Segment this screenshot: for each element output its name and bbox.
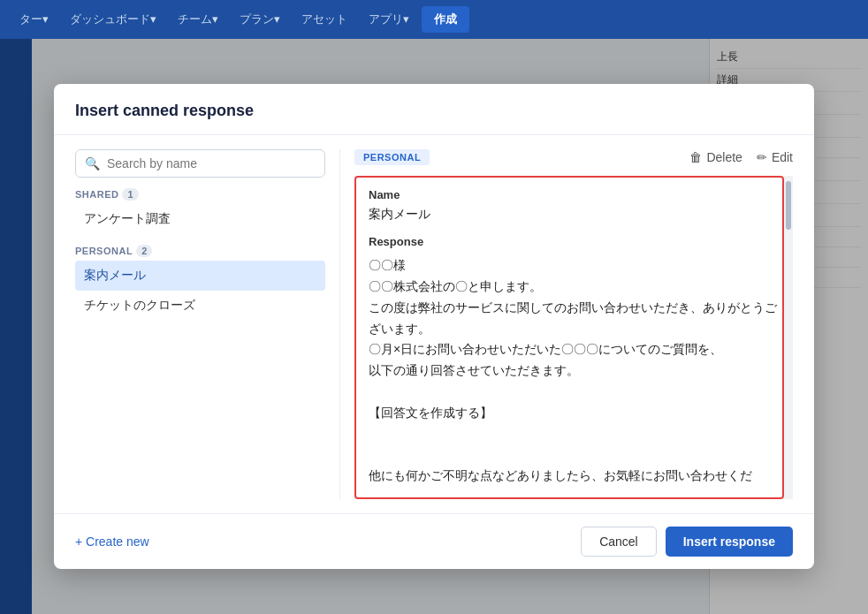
personal-label: PERSONAL — [75, 246, 133, 256]
personal-item-2[interactable]: チケットのクローズ — [75, 291, 325, 321]
shared-section-header: SHARED 1 — [75, 188, 325, 201]
response-field-label: Response — [369, 235, 782, 248]
left-panel: 🔍 SHARED 1 アンケート調査 PERSONAL 2 — [75, 149, 340, 499]
edit-button[interactable]: ✏ Edit — [757, 150, 793, 164]
personal-section-header: PERSONAL 2 — [75, 245, 325, 257]
scroll-thumb[interactable] — [786, 181, 791, 230]
header-actions: 🗑 Delete ✏ Edit — [689, 150, 793, 164]
scroll-bar[interactable] — [784, 176, 793, 499]
delete-icon: 🗑 — [689, 150, 702, 164]
right-panel: PERSONAL 🗑 Delete ✏ Edit — [340, 149, 793, 499]
dialog-header: Insert canned response — [54, 84, 814, 135]
nav-item-1[interactable]: ター▾ — [11, 6, 57, 33]
edit-icon: ✏ — [757, 150, 767, 164]
shared-label: SHARED — [75, 189, 118, 200]
name-field-label: Name — [369, 188, 782, 201]
shared-section: SHARED 1 アンケート調査 — [75, 188, 325, 234]
edit-label: Edit — [772, 150, 793, 164]
nav-item-4[interactable]: プラン▾ — [231, 6, 289, 33]
delete-button[interactable]: 🗑 Delete — [689, 150, 742, 164]
search-icon: 🔍 — [85, 156, 100, 171]
modal-overlay: Insert canned response 🔍 SHARED 1 アンケート調… — [0, 39, 868, 614]
dialog-footer: + Create new Cancel Insert response — [54, 513, 814, 569]
footer-actions: Cancel Insert response — [581, 527, 793, 557]
search-box[interactable]: 🔍 — [75, 149, 325, 178]
insert-canned-response-dialog: Insert canned response 🔍 SHARED 1 アンケート調… — [54, 84, 814, 569]
personal-count-badge: 2 — [136, 245, 152, 257]
create-button[interactable]: 作成 — [422, 6, 469, 33]
insert-response-button[interactable]: Insert response — [666, 527, 793, 557]
search-input[interactable] — [107, 156, 316, 171]
shared-count-badge: 1 — [122, 188, 138, 201]
cancel-button[interactable]: Cancel — [581, 527, 657, 557]
nav-item-6[interactable]: アプリ▾ — [360, 6, 418, 33]
response-field-value: 〇〇様 〇〇株式会社の〇と申します。 この度は弊社のサービスに関してのお問い合わ… — [369, 255, 782, 487]
dialog-title: Insert canned response — [75, 102, 793, 120]
dialog-body: 🔍 SHARED 1 アンケート調査 PERSONAL 2 — [54, 135, 814, 513]
personal-item-1[interactable]: 案内メール — [75, 261, 325, 291]
name-field-value: 案内メール — [369, 207, 782, 223]
personal-type-badge: PERSONAL — [354, 149, 430, 165]
nav-item-5[interactable]: アセット — [293, 6, 356, 33]
delete-label: Delete — [706, 150, 742, 164]
response-content-area[interactable]: Name 案内メール Response 〇〇様 〇〇株式会社の〇と申します。 こ… — [354, 176, 784, 499]
personal-section: PERSONAL 2 案内メール チケットのクローズ — [75, 245, 325, 321]
create-new-link[interactable]: + Create new — [75, 534, 149, 549]
shared-item-1[interactable]: アンケート調査 — [75, 204, 325, 234]
nav-item-2[interactable]: ダッシュボード▾ — [61, 6, 165, 33]
right-content-wrapper: Name 案内メール Response 〇〇様 〇〇株式会社の〇と申します。 こ… — [354, 176, 793, 499]
top-nav: ター▾ ダッシュボード▾ チーム▾ プラン▾ アセット アプリ▾ 作成 — [0, 0, 868, 39]
nav-item-3[interactable]: チーム▾ — [169, 6, 227, 33]
right-panel-header: PERSONAL 🗑 Delete ✏ Edit — [354, 149, 793, 165]
